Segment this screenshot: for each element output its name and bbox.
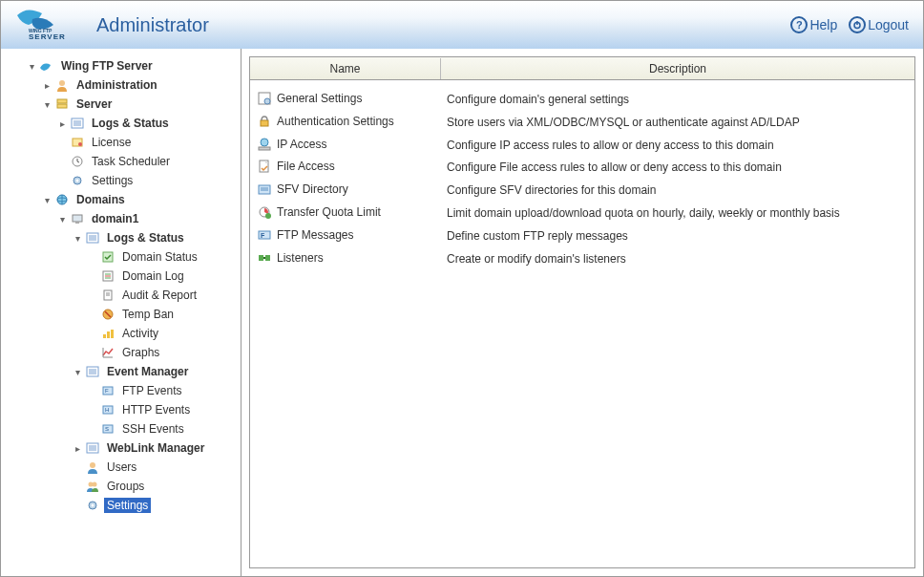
tree-ftp-events-label: FTP Events [119, 383, 184, 398]
tree-http-events[interactable]: H HTTP Events [1, 400, 241, 419]
svg-text:F: F [261, 232, 265, 239]
tree-audit-report[interactable]: Audit & Report [1, 286, 241, 305]
tree-graphs[interactable]: Graphs [1, 343, 241, 362]
chevron-down-icon[interactable]: ▾ [41, 98, 52, 110]
row-desc: Configure SFV directories for this domai… [447, 182, 909, 199]
row-desc: Store users via XML/ODBC/MYSQL or authen… [447, 114, 909, 131]
svg-rect-6 [57, 104, 67, 108]
svg-rect-65 [259, 147, 270, 150]
tree-users[interactable]: Users [1, 458, 241, 477]
tree-d1-settings[interactable]: Settings [1, 496, 241, 515]
tree-server-settings-label: Settings [89, 173, 136, 188]
row-listeners[interactable]: Listeners Create or modify domain's list… [256, 247, 909, 270]
tree-server[interactable]: ▾ Server [1, 95, 241, 114]
row-auth-settings[interactable]: Authentication Settings Store users via … [256, 111, 909, 134]
tree-audit-label: Audit & Report [119, 288, 200, 303]
server-box-icon [54, 96, 70, 112]
network-icon [256, 137, 273, 152]
tree-root[interactable]: ▾ Wing FTP Server [1, 56, 241, 75]
chevron-right-icon[interactable]: ▸ [72, 442, 83, 454]
svg-rect-74 [259, 255, 263, 261]
tree-ftp-events[interactable]: F FTP Events [1, 381, 241, 400]
tree-temp-ban[interactable]: Temp Ban [1, 305, 241, 324]
tree-event-manager[interactable]: ▾ Event Manager [1, 362, 241, 381]
svg-rect-75 [265, 255, 270, 261]
chevron-down-icon[interactable]: ▾ [56, 213, 68, 224]
user-icon [85, 459, 100, 475]
svg-point-56 [90, 462, 95, 468]
row-name: File Access [277, 159, 447, 173]
row-ftp-messages[interactable]: F FTP Messages Define custom FTP reply m… [256, 224, 909, 247]
chevron-down-icon[interactable]: ▾ [26, 60, 37, 72]
col-desc[interactable]: Description [441, 58, 914, 79]
sidebar-tree: ▾ Wing FTP Server ▸ Administration ▾ Ser… [1, 49, 242, 576]
row-name: General Settings [277, 91, 447, 105]
computer-icon [70, 211, 85, 226]
svg-text:S: S [105, 426, 109, 432]
event-icon: H [100, 402, 116, 417]
tree-groups[interactable]: Groups [1, 477, 241, 496]
event-icon: F [100, 383, 116, 398]
svg-point-60 [92, 504, 94, 507]
row-general-settings[interactable]: General Settings Configure domain's gene… [256, 88, 909, 111]
logo-icon: WING FTP SERVER [15, 8, 92, 42]
tree-d1-logs[interactable]: ▾ Logs & Status [1, 228, 241, 247]
svg-point-64 [261, 139, 268, 146]
tree-graphs-label: Graphs [119, 345, 162, 360]
tree-domains-label: Domains [74, 192, 128, 207]
list-icon [85, 364, 100, 379]
help-label: Help [809, 17, 837, 32]
tree-server-logs[interactable]: ▸ Logs & Status [1, 114, 241, 133]
tree-domain-status-label: Domain Status [119, 249, 200, 265]
tree-domain1-label: domain1 [89, 211, 141, 226]
header-links: ? Help Logout [790, 16, 909, 33]
tree-ssh-events-label: SSH Events [119, 421, 187, 437]
tree-task-scheduler[interactable]: Task Scheduler [1, 152, 241, 171]
ban-icon [100, 307, 116, 322]
tree-domain-log[interactable]: Domain Log [1, 267, 241, 286]
tree-server-settings[interactable]: Settings [1, 171, 241, 190]
chevron-down-icon[interactable]: ▾ [72, 232, 83, 244]
content-area: Name Description General Settings Config… [242, 49, 923, 576]
chevron-down-icon[interactable]: ▾ [72, 366, 83, 377]
tree-domain-status[interactable]: Domain Status [1, 247, 241, 267]
chevron-right-icon[interactable]: ▸ [56, 118, 68, 129]
row-file-access[interactable]: File Access Configure File access rules … [256, 156, 909, 179]
row-transfer-quota[interactable]: Transfer Quota Limit Limit domain upload… [256, 202, 909, 224]
license-icon [70, 135, 85, 150]
logout-link[interactable]: Logout [849, 16, 909, 33]
file-icon [256, 159, 273, 174]
settings-panel: Name Description General Settings Config… [249, 56, 915, 568]
row-name: SFV Directory [277, 182, 447, 196]
row-name: Listeners [277, 250, 447, 265]
logo-area: WING FTP SERVER Administrator [15, 8, 790, 42]
tree-administration[interactable]: ▸ Administration [1, 75, 241, 95]
row-sfv-directory[interactable]: SFV Directory Configure SFV directories … [256, 179, 909, 202]
row-desc: Limit domain upload/download quota on ho… [447, 204, 909, 222]
row-desc: Configure domain's general settings [447, 91, 909, 108]
tree-ssh-events[interactable]: S SSH Events [1, 419, 241, 438]
tree-activity[interactable]: Activity [1, 324, 241, 343]
tree-license[interactable]: License [1, 133, 241, 152]
row-desc: Configure IP access rules to allow or de… [447, 137, 909, 154]
tree-weblink-manager[interactable]: ▸ WebLink Manager [1, 438, 241, 458]
table-header: Name Description [250, 57, 914, 80]
chevron-down-icon[interactable]: ▾ [41, 194, 52, 205]
help-link[interactable]: ? Help [790, 16, 837, 33]
main: ▾ Wing FTP Server ▸ Administration ▾ Ser… [1, 49, 923, 576]
chevron-right-icon[interactable]: ▸ [41, 79, 52, 91]
col-name[interactable]: Name [250, 58, 441, 79]
svg-text:H: H [105, 407, 109, 413]
tree-groups-label: Groups [104, 479, 147, 494]
tree-event-mgr-label: Event Manager [104, 364, 191, 379]
row-desc: Configure File access rules to allow or … [447, 159, 909, 176]
svg-text:SERVER: SERVER [29, 32, 66, 41]
tree-domain1[interactable]: ▾ domain1 [1, 209, 241, 228]
tree-domains[interactable]: ▾ Domains [1, 190, 241, 209]
tree-tempban-label: Temp Ban [119, 307, 177, 322]
svg-text:F: F [105, 388, 109, 394]
svg-rect-5 [57, 99, 67, 103]
row-desc: Define custom FTP reply messages [447, 227, 909, 245]
app-title: Administrator [96, 14, 209, 36]
row-ip-access[interactable]: IP Access Configure IP access rules to a… [256, 134, 909, 157]
